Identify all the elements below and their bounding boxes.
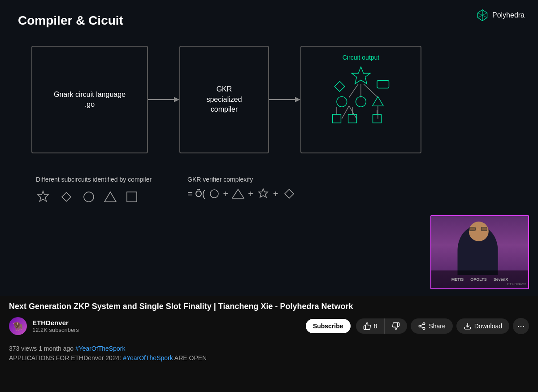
like-count: 8 xyxy=(374,322,377,330)
shape-row xyxy=(36,190,152,204)
info-panel: Next Generation ZKP System and Single Sl… xyxy=(0,296,538,340)
svg-marker-10 xyxy=(295,97,300,102)
dislike-button[interactable] xyxy=(385,318,407,334)
channel-subs: 12.2K subscribers xyxy=(32,327,296,333)
like-button[interactable]: 8 xyxy=(356,318,385,334)
verifier-label: GKR verifier complexify xyxy=(187,176,502,183)
svg-point-31 xyxy=(84,192,94,202)
description-end: ARE OPEN xyxy=(174,354,207,362)
svg-rect-33 xyxy=(127,192,137,202)
verifier-section: GKR verifier complexify = Õ( + + + xyxy=(187,176,502,204)
circle-shape xyxy=(82,191,95,203)
time-ago: 1 month ago xyxy=(39,345,74,352)
arrow-2 xyxy=(269,94,300,105)
triangle-shape xyxy=(103,191,117,203)
pip-speaker: METIS OPOLTS SevenX ETHDenver xyxy=(430,215,529,289)
share-button[interactable]: Share xyxy=(411,318,452,334)
box-gnark-text: Gnark circuit language .go xyxy=(54,90,126,110)
channel-row: 🦬 ETHDenver 12.2K subscribers Subscribe … xyxy=(9,317,529,335)
subcircuits-label: Different subcircuits identified by comp… xyxy=(36,176,152,183)
subscribe-button[interactable]: Subscribe xyxy=(306,319,351,333)
bottom-section: Different subcircuits identified by comp… xyxy=(18,176,520,204)
box-circuit: Circuit output xyxy=(300,46,421,153)
action-buttons: 8 Share xyxy=(356,318,529,334)
stats-text: 373 views 1 month ago #YearOfTheSpork xyxy=(9,345,529,352)
channel-name[interactable]: ETHDenver xyxy=(32,319,296,327)
svg-line-14 xyxy=(349,84,358,97)
circuit-tree-svg xyxy=(316,59,406,140)
like-dislike-group: 8 xyxy=(356,318,408,334)
download-icon xyxy=(464,322,472,330)
circuit-output-label: Circuit output xyxy=(343,53,379,62)
svg-marker-3 xyxy=(477,13,482,18)
svg-marker-37 xyxy=(285,189,294,198)
polyhedra-icon xyxy=(476,9,489,22)
svg-rect-25 xyxy=(373,114,382,123)
svg-point-20 xyxy=(337,96,347,107)
svg-line-18 xyxy=(349,106,356,118)
dislike-icon xyxy=(392,322,400,330)
download-label: Download xyxy=(474,322,502,330)
svg-marker-29 xyxy=(38,191,48,201)
svg-marker-8 xyxy=(174,97,179,102)
svg-line-42 xyxy=(421,324,423,326)
video-title: Next Generation ZKP System and Single Sl… xyxy=(9,301,529,312)
box-gnark: Gnark circuit language .go xyxy=(31,46,148,153)
svg-marker-35 xyxy=(232,189,244,198)
channel-info: ETHDenver 12.2K subscribers xyxy=(32,319,296,333)
svg-line-41 xyxy=(421,327,423,328)
svg-marker-36 xyxy=(259,189,268,197)
view-count: 373 views xyxy=(9,345,37,352)
download-button[interactable]: Download xyxy=(456,318,509,334)
box-gkr: GKR specialized compiler xyxy=(179,46,269,153)
like-icon xyxy=(363,322,371,330)
hashtag1[interactable]: #YearOfTheSpork xyxy=(75,345,126,352)
hashtag2[interactable]: #YearOfTheSpork xyxy=(123,354,173,362)
channel-avatar[interactable]: 🦬 xyxy=(9,317,27,335)
svg-rect-23 xyxy=(333,114,341,123)
slide-content: Compiler & Cicuit Polyhedra Gnark circui… xyxy=(0,0,538,296)
svg-point-21 xyxy=(356,96,366,107)
formula-text: = Õ( xyxy=(187,189,205,199)
stats-row: 373 views 1 month ago #YearOfTheSpork AP… xyxy=(0,340,538,364)
arrow-1 xyxy=(148,94,179,105)
description: APPLICATIONS FOR ETHDenver 2024: xyxy=(9,354,123,362)
svg-marker-30 xyxy=(62,192,71,201)
subcircuits-section: Different subcircuits identified by comp… xyxy=(36,176,152,204)
share-label: Share xyxy=(429,322,445,330)
svg-point-40 xyxy=(423,327,425,330)
more-options-button[interactable]: ⋯ xyxy=(513,318,529,334)
diamond-shape xyxy=(58,192,74,202)
svg-line-16 xyxy=(364,84,378,97)
svg-rect-13 xyxy=(377,80,389,88)
svg-marker-11 xyxy=(351,67,370,84)
verifier-formula: = Õ( + + + xyxy=(187,187,502,200)
svg-marker-4 xyxy=(482,13,487,18)
diagram-row: Gnark circuit language .go GKR specializ… xyxy=(18,46,520,153)
box-gkr-text: GKR specialized compiler xyxy=(206,84,242,114)
polyhedra-label: Polyhedra xyxy=(492,11,525,19)
polyhedra-logo: Polyhedra xyxy=(476,9,525,22)
svg-marker-12 xyxy=(334,81,345,91)
square-shape xyxy=(126,191,138,203)
star-shape xyxy=(36,190,50,204)
video-player[interactable]: Compiler & Cicuit Polyhedra Gnark circui… xyxy=(0,0,538,296)
svg-point-39 xyxy=(419,325,421,327)
svg-marker-32 xyxy=(104,192,116,202)
svg-point-34 xyxy=(210,190,218,198)
share-icon xyxy=(418,322,426,330)
description-text: APPLICATIONS FOR ETHDenver 2024: #YearOf… xyxy=(9,354,529,362)
slide-title: Compiler & Cicuit xyxy=(18,13,123,28)
svg-marker-22 xyxy=(373,96,384,106)
svg-point-38 xyxy=(423,323,425,325)
svg-rect-24 xyxy=(348,114,357,123)
